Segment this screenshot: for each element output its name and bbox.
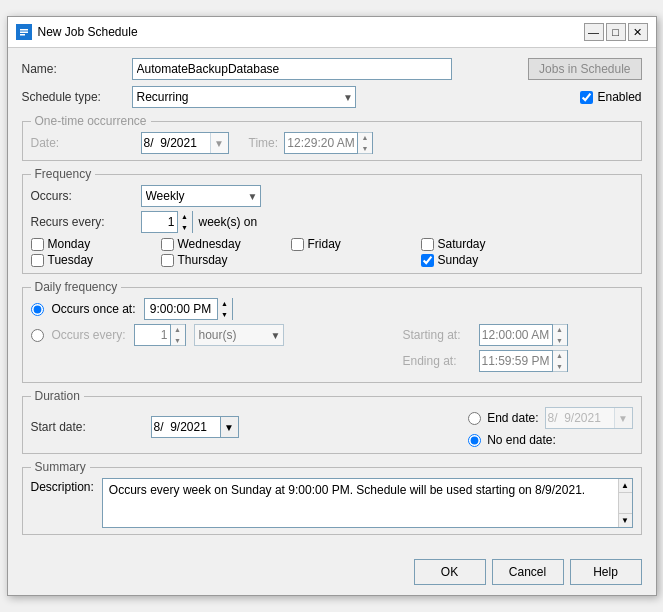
- ending-at-spinbox-buttons: ▲ ▼: [552, 350, 567, 372]
- sunday-label: Sunday: [438, 253, 479, 267]
- start-date-input[interactable]: [152, 417, 220, 437]
- svg-rect-1: [20, 29, 28, 31]
- scroll-up-button[interactable]: ▲: [619, 479, 632, 493]
- maximize-button[interactable]: □: [606, 23, 626, 41]
- summary-legend: Summary: [31, 460, 90, 474]
- description-container: Occurs every week on Sunday at 9:00:00 P…: [102, 478, 633, 528]
- date-input[interactable]: [142, 133, 210, 153]
- tuesday-label: Tuesday: [48, 253, 94, 267]
- time-spinbox-buttons: ▲ ▼: [357, 132, 372, 154]
- schedule-type-select[interactable]: Recurring: [132, 86, 356, 108]
- jobs-in-schedule-button[interactable]: Jobs in Schedule: [528, 58, 641, 80]
- time-down-button[interactable]: ▼: [358, 143, 372, 154]
- dialog-footer: OK Cancel Help: [8, 553, 656, 595]
- close-button[interactable]: ✕: [628, 23, 648, 41]
- starting-at-up-button[interactable]: ▲: [553, 324, 567, 335]
- starting-at-input[interactable]: [480, 325, 552, 345]
- once-at-label: Occurs once at:: [52, 302, 136, 316]
- thursday-checkbox[interactable]: [161, 254, 174, 267]
- occurs-select[interactable]: Weekly: [141, 185, 261, 207]
- days-grid: Monday Wednesday Friday Saturday Tuesday: [31, 237, 633, 267]
- time-label: Time:: [249, 136, 279, 150]
- ending-at-label: Ending at:: [403, 354, 473, 368]
- summary-section: Summary Description: Occurs every week o…: [22, 460, 642, 535]
- every-down-button[interactable]: ▼: [171, 335, 185, 346]
- starting-at-down-button[interactable]: ▼: [553, 335, 567, 346]
- friday-label: Friday: [308, 237, 341, 251]
- duration-legend: Duration: [31, 389, 84, 403]
- ending-at-spinbox: ▲ ▼: [479, 350, 568, 372]
- starting-at-spinbox-buttons: ▲ ▼: [552, 324, 567, 346]
- sunday-checkbox[interactable]: [421, 254, 434, 267]
- schedule-type-label: Schedule type:: [22, 90, 132, 104]
- date-spinbox: ▼: [141, 132, 229, 154]
- svg-rect-2: [20, 32, 28, 34]
- every-radio[interactable]: [31, 329, 44, 342]
- duration-section: Duration Start date: ▼ End date: ▼: [22, 389, 642, 454]
- dialog-window: New Job Schedule — □ ✕ Name: Jobs in Sch…: [7, 16, 657, 596]
- every-spinbox: ▲ ▼: [134, 324, 186, 346]
- starting-at-label: Starting at:: [403, 328, 473, 342]
- time-input[interactable]: [285, 133, 357, 153]
- description-scrollbar: ▲ ▼: [618, 479, 632, 527]
- saturday-checkbox[interactable]: [421, 238, 434, 251]
- scroll-track: [619, 493, 632, 513]
- app-icon: [16, 24, 32, 40]
- window-controls: — □ ✕: [584, 23, 648, 41]
- time-up-button[interactable]: ▲: [358, 132, 372, 143]
- every-up-button[interactable]: ▲: [171, 324, 185, 335]
- enabled-row: Enabled: [580, 90, 641, 104]
- no-end-date-radio[interactable]: [468, 434, 481, 447]
- no-end-date-label: No end date:: [487, 433, 556, 447]
- enabled-checkbox[interactable]: [580, 91, 593, 104]
- monday-label: Monday: [48, 237, 91, 251]
- saturday-label: Saturday: [438, 237, 486, 251]
- one-time-section: One-time occurrence Date: ▼ Time: ▲ ▼: [22, 114, 642, 161]
- day-wednesday: Wednesday: [161, 237, 291, 251]
- description-label: Description:: [31, 478, 94, 494]
- every-input[interactable]: [135, 325, 170, 345]
- daily-frequency-section: Daily frequency Occurs once at: ▲ ▼ Occu…: [22, 280, 642, 383]
- end-date-label: End date:: [487, 411, 538, 425]
- recurs-down-button[interactable]: ▼: [178, 222, 192, 233]
- recurs-up-button[interactable]: ▲: [178, 211, 192, 222]
- recurs-row: Recurs every: ▲ ▼ week(s) on: [31, 211, 633, 233]
- start-date-label: Start date:: [31, 420, 141, 434]
- end-date-radio[interactable]: [468, 412, 481, 425]
- start-date-spinbox: ▼: [151, 416, 239, 438]
- once-at-row: Occurs once at: ▲ ▼: [31, 298, 633, 320]
- end-date-spinbox: ▼: [545, 407, 633, 429]
- day-thursday: Thursday: [161, 253, 291, 267]
- every-unit-wrap: hour(s) ▼: [194, 324, 284, 346]
- time-spinbox: ▲ ▼: [284, 132, 373, 154]
- help-button[interactable]: Help: [570, 559, 642, 585]
- every-spinbox-buttons: ▲ ▼: [170, 324, 185, 346]
- once-at-up-button[interactable]: ▲: [218, 298, 232, 309]
- ending-at-input[interactable]: [480, 351, 552, 371]
- start-date-calendar-icon[interactable]: ▼: [220, 417, 238, 437]
- minimize-button[interactable]: —: [584, 23, 604, 41]
- every-unit-select[interactable]: hour(s): [194, 324, 284, 346]
- once-at-input[interactable]: [145, 299, 217, 319]
- recurs-spinbox: ▲ ▼: [141, 211, 193, 233]
- recurs-spinbox-buttons: ▲ ▼: [177, 211, 192, 233]
- once-at-down-button[interactable]: ▼: [218, 309, 232, 320]
- name-input[interactable]: [132, 58, 452, 80]
- once-at-radio[interactable]: [31, 303, 44, 316]
- recurs-input[interactable]: [142, 212, 177, 232]
- ok-button[interactable]: OK: [414, 559, 486, 585]
- tuesday-checkbox[interactable]: [31, 254, 44, 267]
- ending-at-up-button[interactable]: ▲: [553, 350, 567, 361]
- scroll-down-button[interactable]: ▼: [619, 513, 632, 527]
- monday-checkbox[interactable]: [31, 238, 44, 251]
- date-calendar-icon[interactable]: ▼: [210, 133, 228, 153]
- friday-checkbox[interactable]: [291, 238, 304, 251]
- cancel-button[interactable]: Cancel: [492, 559, 564, 585]
- end-date-calendar-icon[interactable]: ▼: [614, 408, 632, 428]
- day-saturday: Saturday: [421, 237, 551, 251]
- end-date-input[interactable]: [546, 408, 614, 428]
- once-at-spinbox: ▲ ▼: [144, 298, 233, 320]
- wednesday-checkbox[interactable]: [161, 238, 174, 251]
- every-label: Occurs every:: [52, 328, 126, 342]
- ending-at-down-button[interactable]: ▼: [553, 361, 567, 372]
